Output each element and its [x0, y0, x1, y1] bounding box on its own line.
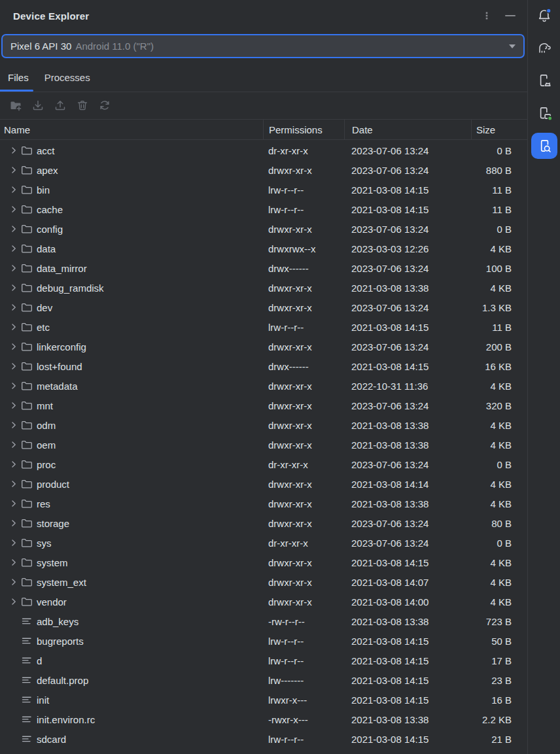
column-header-name[interactable]: Name — [0, 120, 263, 139]
chevron-right-icon[interactable] — [9, 596, 19, 607]
entry-date: 2021-03-08 14:00 — [344, 592, 471, 611]
entry-name-cell: lost+found — [0, 356, 263, 376]
table-row[interactable]: metadata drwxr-xr-x 2022-10-31 11:36 4 K… — [0, 376, 527, 396]
entry-name-cell: default.prop — [0, 670, 263, 690]
tab-processes[interactable]: Processes — [37, 63, 98, 92]
table-row[interactable]: lost+found drwx------ 2021-03-08 14:15 1… — [0, 356, 527, 376]
synchronize-icon[interactable] — [97, 97, 113, 113]
device-explorer-icon[interactable] — [531, 133, 557, 159]
table-row[interactable]: etc lrw-r--r-- 2021-03-08 14:15 11 B — [0, 317, 527, 337]
chevron-right-icon[interactable] — [9, 498, 19, 509]
table-row[interactable]: sdcard lrw-r--r-- 2021-03-08 14:15 21 B — [0, 729, 527, 749]
table-row[interactable]: sys dr-xr-xr-x 2023-07-06 13:24 0 B — [0, 533, 527, 553]
entry-permissions: drwxr-xr-x — [263, 337, 344, 356]
entry-size: 4 KB — [471, 474, 527, 494]
chevron-right-icon[interactable] — [9, 145, 19, 156]
entry-name-cell: system — [0, 553, 263, 572]
table-row[interactable]: default.prop lrw------- 2021-03-08 14:15… — [0, 670, 527, 690]
entry-size: 100 B — [471, 258, 527, 278]
column-header-date[interactable]: Date — [344, 120, 471, 139]
chevron-right-icon[interactable] — [9, 165, 19, 175]
table-row[interactable]: oem drwxr-xr-x 2021-03-08 13:38 4 KB — [0, 435, 527, 454]
table-row[interactable]: apex drwxr-xr-x 2023-07-06 13:24 880 B — [0, 160, 527, 180]
chevron-right-icon[interactable] — [9, 439, 19, 450]
table-row[interactable]: bin lrw-r--r-- 2021-03-08 14:15 11 B — [0, 180, 527, 199]
entry-name: proc — [37, 459, 56, 470]
folder-icon — [21, 381, 33, 391]
entry-date: 2023-07-06 13:24 — [344, 396, 471, 415]
entry-name-cell: etc — [0, 317, 263, 337]
chevron-right-icon[interactable] — [9, 283, 19, 293]
delete-icon[interactable] — [75, 97, 90, 113]
table-row[interactable]: cache lrw-r--r-- 2021-03-08 14:15 11 B — [0, 199, 527, 219]
table-row[interactable]: system drwxr-xr-x 2021-03-08 14:15 4 KB — [0, 553, 527, 572]
column-header-permissions[interactable]: Permissions — [263, 120, 344, 139]
gradle-icon[interactable] — [531, 35, 557, 61]
entry-name: init.environ.rc — [37, 714, 95, 725]
table-row[interactable]: data drwxrwx--x 2023-03-03 12:26 4 KB — [0, 239, 527, 258]
chevron-right-icon[interactable] — [9, 341, 19, 352]
table-row[interactable]: storage drwxr-xr-x 2023-07-06 13:24 80 B — [0, 513, 527, 533]
titlebar-actions — [479, 8, 518, 24]
chevron-right-icon[interactable] — [9, 184, 19, 195]
chevron-right-icon[interactable] — [9, 322, 19, 332]
device-manager-icon[interactable] — [531, 67, 557, 94]
table-row[interactable]: system_ext drwxr-xr-x 2021-03-08 14:07 4… — [0, 572, 527, 592]
chevron-right-icon[interactable] — [9, 420, 19, 430]
chevron-right-icon[interactable] — [9, 459, 19, 470]
table-row[interactable]: res drwxr-xr-x 2021-03-08 13:38 4 KB — [0, 494, 527, 513]
chevron-right-icon[interactable] — [9, 381, 19, 391]
entry-name: mnt — [37, 400, 53, 411]
chevron-right-icon[interactable] — [9, 557, 19, 568]
upload-icon[interactable] — [52, 97, 68, 113]
more-options-icon[interactable] — [479, 8, 495, 24]
table-row[interactable]: odm drwxr-xr-x 2021-03-08 13:38 4 KB — [0, 415, 527, 435]
chevron-right-icon[interactable] — [9, 224, 19, 234]
device-selector-dropdown[interactable]: Pixel 6 API 30 Android 11.0 ("R") — [1, 34, 525, 58]
entry-name-cell: oem — [0, 435, 263, 454]
table-row[interactable]: mnt drwxr-xr-x 2023-07-06 13:24 320 B — [0, 396, 527, 415]
entry-size: 0 B — [471, 219, 527, 239]
entry-size: 4 KB — [471, 494, 527, 513]
entry-name-cell: linkerconfig — [0, 337, 263, 356]
table-row[interactable]: d lrw-r--r-- 2021-03-08 14:15 17 B — [0, 651, 527, 670]
chevron-right-icon[interactable] — [9, 577, 19, 587]
table-row[interactable]: vendor drwxr-xr-x 2021-03-08 14:00 4 KB — [0, 592, 527, 611]
folder-icon — [21, 596, 33, 607]
new-folder-icon[interactable] — [8, 97, 24, 113]
chevron-right-icon[interactable] — [9, 518, 19, 528]
entry-permissions: drwxrwx--x — [263, 239, 344, 258]
chevron-right-icon[interactable] — [9, 400, 19, 411]
chevron-right-icon[interactable] — [9, 243, 19, 254]
entry-name: sdcard — [37, 734, 66, 745]
download-icon[interactable] — [30, 97, 46, 113]
entry-size: 1.3 KB — [471, 298, 527, 317]
table-row[interactable]: linkerconfig drwxr-xr-x 2023-07-06 13:24… — [0, 337, 527, 356]
column-header-size[interactable]: Size — [471, 120, 527, 139]
chevron-right-icon[interactable] — [9, 263, 19, 273]
tab-files[interactable]: Files — [0, 63, 37, 92]
minimize-icon[interactable] — [502, 8, 518, 24]
notifications-icon[interactable] — [531, 3, 557, 29]
table-row[interactable]: product drwxr-xr-x 2021-03-08 14:14 4 KB — [0, 474, 527, 494]
chevron-right-icon[interactable] — [9, 361, 19, 371]
chevron-right-icon[interactable] — [9, 538, 19, 548]
chevron-right-icon[interactable] — [9, 302, 19, 313]
table-row[interactable]: debug_ramdisk drwxr-xr-x 2021-03-08 13:3… — [0, 278, 527, 298]
tab-files-label: Files — [8, 72, 29, 83]
table-row[interactable]: acct dr-xr-xr-x 2023-07-06 13:24 0 B — [0, 141, 527, 160]
chevron-right-icon[interactable] — [9, 479, 19, 489]
folder-icon — [21, 184, 33, 195]
entry-name: sys — [37, 538, 52, 549]
table-row[interactable]: dev drwxr-xr-x 2023-07-06 13:24 1.3 KB — [0, 298, 527, 317]
table-row[interactable]: config drwxr-xr-x 2023-07-06 13:24 0 B — [0, 219, 527, 239]
table-row[interactable]: adb_keys -rw-r--r-- 2021-03-08 13:38 723… — [0, 611, 527, 631]
chevron-right-icon[interactable] — [9, 204, 19, 214]
table-row[interactable]: bugreports lrw-r--r-- 2021-03-08 14:15 5… — [0, 631, 527, 651]
entry-date: 2021-03-08 14:15 — [344, 631, 471, 651]
running-devices-icon[interactable] — [531, 100, 557, 126]
table-row[interactable]: data_mirror drwx------ 2023-07-06 13:24 … — [0, 258, 527, 278]
table-row[interactable]: proc dr-xr-xr-x 2023-07-06 13:24 0 B — [0, 454, 527, 474]
table-row[interactable]: init lrwxr-x--- 2021-03-08 14:15 16 B — [0, 690, 527, 710]
table-row[interactable]: init.environ.rc -rwxr-x--- 2021-03-08 13… — [0, 710, 527, 729]
